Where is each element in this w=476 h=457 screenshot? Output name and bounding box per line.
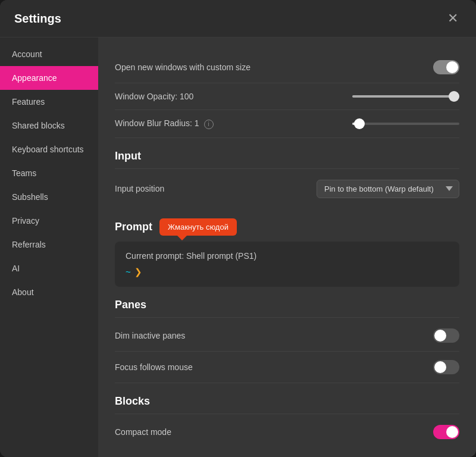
tooltip-bubble[interactable]: Жмакнуть сюдой [159,218,237,236]
focus-follows-mouse-label: Focus follows mouse [115,362,193,372]
window-opacity-row: Window Opacity: 100 [115,83,459,110]
focus-follows-mouse-row: Focus follows mouse [115,352,459,383]
divider-blocks [115,414,459,414]
open-new-windows-toggle[interactable] [433,60,459,74]
open-new-windows-row: Open new windows with custom size [115,52,459,83]
input-position-select[interactable]: Pin to the bottom (Warp default) Pin to … [317,180,459,198]
divider-input [115,168,459,169]
input-section-heading: Input [115,150,459,162]
toggle-knob [446,61,458,73]
blocks-section-heading: Blocks [115,395,459,408]
sidebar-item-ai[interactable]: AI [0,256,98,280]
main-content: Open new windows with custom size Window… [98,37,476,457]
dim-inactive-knob [434,330,446,342]
focus-follows-mouse-toggle[interactable] [433,360,459,374]
modal-header: Settings ✕ [0,0,476,37]
window-blur-row: Window Blur Radius: 1 i [115,110,459,138]
prompt-current-text: Current prompt: Shell prompt (PS1) [126,251,449,261]
sidebar-item-privacy[interactable]: Privacy [0,209,98,233]
dim-inactive-row: Dim inactive panes [115,320,459,352]
dim-inactive-toggle[interactable] [433,328,459,343]
sidebar-item-features[interactable]: Features [0,90,98,114]
window-opacity-slider[interactable] [352,95,459,98]
prompt-chevron: ❯ [134,267,142,277]
window-blur-label: Window Blur Radius: 1 i [115,118,214,129]
compact-mode-toggle[interactable] [433,425,459,439]
sidebar-item-referrals[interactable]: Referrals [0,233,98,256]
modal-body: Account Appearance Features Shared block… [0,37,476,457]
divider-panes [115,317,459,318]
compact-mode-label: Compact mode [115,427,171,437]
sidebar: Account Appearance Features Shared block… [0,37,98,457]
window-blur-slider-container [352,123,459,125]
window-opacity-slider-container [352,95,459,98]
sidebar-item-appearance[interactable]: Appearance [0,66,98,90]
prompt-box[interactable]: Current prompt: Shell prompt (PS1) ~ ❯ [115,242,459,287]
info-icon[interactable]: i [204,120,214,129]
settings-modal: Settings ✕ Account Appearance Features S… [0,0,476,457]
dim-inactive-label: Dim inactive panes [115,331,185,340]
sidebar-item-about[interactable]: About [0,280,98,304]
prompt-section-heading: Prompt [115,221,152,233]
compact-mode-knob [446,426,458,438]
close-button[interactable]: ✕ [444,11,462,26]
sidebar-item-subshells[interactable]: Subshells [0,185,98,209]
input-position-row: Input position Pin to the bottom (Warp d… [115,171,459,206]
sidebar-item-teams[interactable]: Teams [0,161,98,185]
window-blur-slider[interactable] [352,123,459,125]
window-opacity-label: Window Opacity: 100 [115,92,193,101]
sidebar-item-keyboard-shortcuts[interactable]: Keyboard shortcuts [0,137,98,161]
compact-mode-row: Compact mode [115,417,459,447]
focus-follows-mouse-knob [434,361,446,373]
sidebar-item-shared-blocks[interactable]: Shared blocks [0,114,98,137]
prompt-tilde: ~ [126,267,131,277]
open-new-windows-label: Open new windows with custom size [115,62,250,72]
sidebar-item-account[interactable]: Account [0,42,98,66]
panes-section-heading: Panes [115,299,459,311]
prompt-header: Prompt Жмакнуть сюдой [115,218,459,236]
prompt-preview: ~ ❯ [126,267,449,277]
input-position-label: Input position [115,184,164,193]
modal-title: Settings [14,12,61,26]
